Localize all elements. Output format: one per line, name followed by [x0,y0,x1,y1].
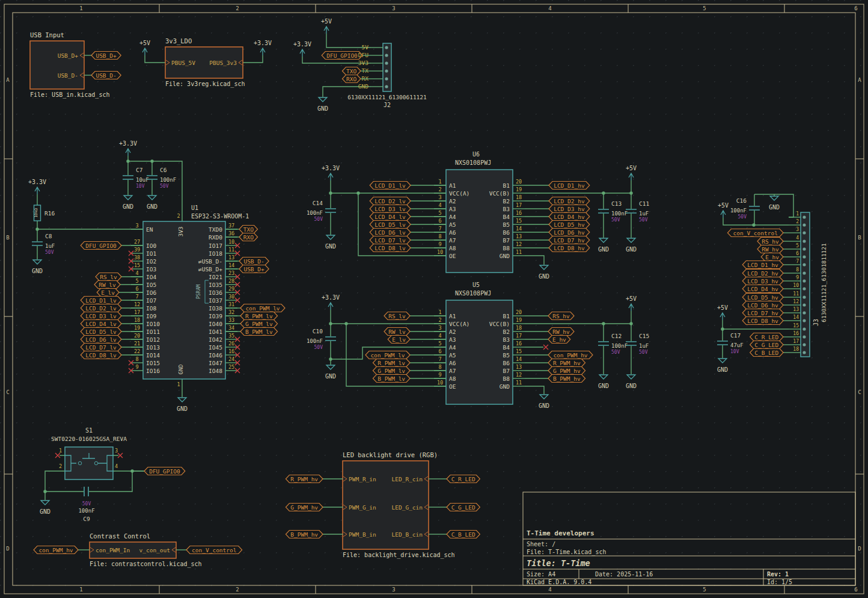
global-label-LCD_D2_lv[interactable]: LCD_D2_lv [370,197,446,205]
global-label-DFU_GPIO0[interactable]: DFU_GPIO0 [132,467,185,475]
global-label-LCD_D8_hv[interactable]: LCD_D8_hv [525,244,590,252]
capacitor-C6[interactable]: C6100nF50V [147,167,176,189]
power-symbol-+5V[interactable]: +5V [139,40,150,55]
global-label-LCD_D3_lv[interactable]: LCD_D3_lv [370,205,446,213]
global-label-C_R_LED[interactable]: C_R_LED [429,475,480,483]
ground-symbol[interactable]: GND [717,359,728,373]
global-label-LCD_D1_hv[interactable]: LCD_D1_hv [742,261,789,269]
ground-symbol[interactable]: GND [325,235,336,250]
component-U1[interactable]: U1ESP32-S3-WROOM-13EN27IO039IO138IO215IO… [129,205,249,387]
global-label-G_PWM_hv[interactable]: G_PWM_hv [286,504,343,511]
global-label-LCD_D8_lv[interactable]: LCD_D8_lv [370,244,446,252]
sheet-body[interactable] [30,41,84,89]
global-label-E_hv[interactable]: E_hv [525,336,570,344]
global-label-con_PWM_hv[interactable]: con_PWM_hv [34,546,90,554]
ground-symbol[interactable]: GND [177,398,188,412]
connector-body-J2[interactable] [383,43,391,91]
sheet-led-backlight-drive-(rgb)[interactable]: LED backlight drive (RGB)File: backlight… [343,451,455,559]
global-label-B_PWM_hv[interactable]: B_PWM_hv [525,375,585,383]
connector-J2[interactable]: 5VDFU3V3TXRXGND6130XX11121_61300611121J2 [347,43,427,108]
capacitor-C14[interactable]: C14100nF50V [307,200,336,222]
power-symbol-+3.3V[interactable]: +3.3V [119,140,137,156]
power-symbol-+3.3V[interactable]: +3.3V [322,294,340,310]
power-symbol-+5V[interactable]: +5V [626,165,637,180]
global-label-R_PWM_hv[interactable]: R_PWM_hv [525,359,585,367]
global-label-LCD_D7_hv[interactable]: LCD_D7_hv [525,236,590,244]
capacitor-C12[interactable]: C12100nF50V [598,333,628,355]
global-label-LCD_D6_lv[interactable]: LCD_D6_lv [370,229,446,236]
global-label-USB_D+[interactable]: USB_D+ [84,52,121,60]
global-label-B_PWM_lv[interactable]: B_PWM_lv [373,375,446,383]
sheet-usb-input[interactable]: USB InputFile: USB_in.kicad_schUSB_D+USB… [30,31,109,99]
global-label-RW_lv[interactable]: RW_lv [384,328,446,336]
ground-symbol[interactable]: GND [539,265,549,280]
ground-symbol[interactable]: GND [317,97,328,112]
global-label-LCD_D3_hv[interactable]: LCD_D3_hv [525,205,590,213]
power-symbol-+3.3V[interactable]: +3.3V [322,165,340,180]
global-label-LCD_D5_hv[interactable]: LCD_D5_hv [742,294,789,301]
global-label-LCD_D4_lv[interactable]: LCD_D4_lv [370,213,446,221]
connector-J3[interactable]: 123456789101112131415161718J36130XX11121… [789,211,827,357]
global-label-con_PWM_hv[interactable]: con_PWM_hv [525,351,593,359]
global-label-LCD_D7_lv[interactable]: LCD_D7_lv [370,236,446,244]
capacitor-C9[interactable]: 50V100nFC9 [78,487,94,522]
capacitor-C8[interactable]: C81uF50V [32,233,55,255]
capacitor-C10[interactable]: C10100nF50V [307,328,336,350]
global-label-LCD_D6_hv[interactable]: LCD_D6_hv [525,229,590,236]
global-label-E_hv[interactable]: E_hv [761,253,789,261]
global-label-R_PWM_lv[interactable]: R_PWM_lv [373,359,446,367]
global-label-LCD_D2_hv[interactable]: LCD_D2_hv [742,270,789,277]
global-label-LCD_D3_hv[interactable]: LCD_D3_hv [742,277,789,285]
ground-symbol[interactable]: GND [123,196,133,210]
global-label-LCD_D5_lv[interactable]: LCD_D5_lv [370,221,446,229]
ground-symbol[interactable]: GND [40,501,50,515]
global-label-G_PWM_lv[interactable]: G_PWM_lv [373,367,446,375]
global-label-LCD_D7_hv[interactable]: LCD_D7_hv [742,309,789,317]
global-label-C_B_LED[interactable]: C_B_LED [429,531,480,538]
ground-symbol[interactable]: GND [32,260,43,274]
global-label-RS_hv[interactable]: RS_hv [525,312,574,320]
ground-symbol[interactable]: GND [147,196,157,210]
global-label-C_G_LED[interactable]: C_G_LED [750,341,789,349]
capacitor-C16[interactable]: C16100nF50V [730,197,760,220]
global-label-LCD_D1_hv[interactable]: LCD_D1_hv [525,182,590,190]
ground-symbol[interactable]: GND [539,395,549,409]
global-label-C_G_LED[interactable]: C_G_LED [429,504,480,511]
sheet-3v3_ldo[interactable]: 3v3_LDOFile: 3v3reg.kicad_schPBUS_5VPBUS… [165,37,245,88]
power-symbol-+3.3V[interactable]: +3.3V [293,41,311,57]
power-symbol-+5V[interactable]: +5V [717,304,728,320]
component-U6[interactable]: U6NXS0108PWJ1A12VCC(A)3A24A35A46A57A68A7… [434,151,525,273]
global-label-con_PWM_lv[interactable]: con_PWM_lv [365,351,446,359]
resistor-R16[interactable]: R1610kΩ [34,205,55,221]
ground-symbol[interactable]: GND [325,365,336,380]
power-symbol-+5V[interactable]: +5V [626,295,637,311]
ground-symbol[interactable]: GND [769,196,780,211]
global-label-LCD_D5_hv[interactable]: LCD_D5_hv [525,221,590,229]
global-label-LCD_D4_hv[interactable]: LCD_D4_hv [742,285,789,293]
global-label-E_lv[interactable]: E_lv [388,336,446,344]
schematic-canvas[interactable]: T-Time developers Sheet: / File: T-Time.… [0,0,868,598]
global-label-G_PWM_hv[interactable]: G_PWM_hv [525,367,585,375]
capacitor-C15[interactable]: C151uF50V [626,333,649,355]
component-U5[interactable]: U5NXS0108PWJ1A12VCC(A)3A24A35A46A57A68A7… [434,282,525,404]
global-label-LCD_D4_hv[interactable]: LCD_D4_hv [525,213,590,221]
global-label-USB_D-[interactable]: USB_D- [84,72,121,79]
global-label-RW_hv[interactable]: RW_hv [525,328,574,336]
power-symbol-+3.3V[interactable]: +3.3V [254,40,272,55]
capacitor-C7[interactable]: C710uF10V [123,167,149,189]
ground-symbol[interactable]: GND [598,375,609,389]
global-label-LCD_D6_hv[interactable]: LCD_D6_hv [742,301,789,309]
global-label-C_R_LED[interactable]: C_R_LED [750,333,789,341]
ground-symbol[interactable]: GND [626,238,637,253]
switch-S1[interactable]: 1324S1SWT0220-016025GSA_REVA [51,427,127,479]
global-label-con_V_control[interactable]: con_V_control [176,546,242,554]
global-label-RS_hv[interactable]: RS_hv [757,238,789,245]
power-symbol-+3.3V[interactable]: +3.3V [28,179,46,194]
global-label-RS_lv[interactable]: RS_lv [384,312,446,320]
global-label-LCD_D1_lv[interactable]: LCD_D1_lv [370,182,446,190]
global-label-LCD_D8_hv[interactable]: LCD_D8_hv [742,317,789,325]
global-label-con_V_control[interactable]: con_V_control [727,229,789,237]
capacitor-C11[interactable]: C111uF50V [626,200,649,223]
global-label-B_PWM_hv[interactable]: B_PWM_hv [286,531,343,538]
power-symbol-+5V[interactable]: +5V [718,202,729,218]
